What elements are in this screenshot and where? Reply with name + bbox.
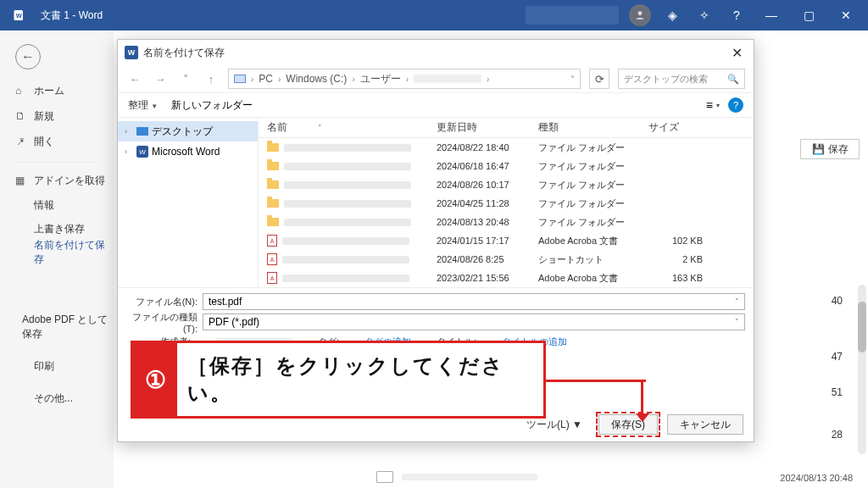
filename-input[interactable]: test.pdf˅ <box>203 293 745 310</box>
diamond-icon[interactable]: ◈ <box>656 0 688 30</box>
folder-icon <box>267 180 279 189</box>
cancel-button[interactable]: キャンセル <box>667 414 743 435</box>
nav-forward-icon[interactable]: → <box>152 73 169 86</box>
path-dropdown-icon[interactable]: ˅ <box>570 75 575 84</box>
path-blurred <box>414 75 481 83</box>
nav-adobepdf[interactable]: Adobe PDF として保存 <box>0 315 114 339</box>
callout-arrow-head <box>636 413 649 422</box>
window-maximize-icon[interactable]: ▢ <box>790 0 827 30</box>
nav-print[interactable]: 印刷 <box>0 354 114 378</box>
save-disk-icon: 💾 <box>812 143 825 155</box>
help-question-icon[interactable]: ? <box>721 0 753 30</box>
file-kind: ファイル フォルダー <box>538 197 648 210</box>
scrollbar-thumb[interactable] <box>858 302 866 352</box>
filename-blurred <box>284 163 411 170</box>
address-bar[interactable]: › PC› Windows (C:)› ユーザー› › ˅ <box>228 69 581 89</box>
nav-home[interactable]: ⌂ホーム <box>0 78 114 103</box>
side-num-3: 28 <box>832 429 843 441</box>
svg-point-2 <box>638 11 643 15</box>
file-row[interactable]: A2024/01/15 17:17Adobe Acroba 文書102 KB <box>259 231 754 250</box>
tree-desktop[interactable]: ›デスクトップ <box>118 121 258 141</box>
tree-desktop-label: デスクトップ <box>152 125 213 139</box>
filetype-select[interactable]: PDF (*.pdf)˅ <box>203 313 745 330</box>
refresh-button[interactable]: ⟳ <box>589 69 609 89</box>
filename-blurred <box>284 200 411 208</box>
nav-open[interactable]: ⭷開く <box>0 129 114 154</box>
path-users[interactable]: ユーザー <box>360 72 401 86</box>
filename-blurred <box>284 144 411 152</box>
new-folder-button[interactable]: 新しいフォルダー <box>171 98 253 113</box>
pc-icon <box>234 75 246 83</box>
nav-recent-icon[interactable]: ˅ <box>177 73 194 86</box>
pdf-icon: A <box>267 272 277 284</box>
addin-icon: ▦ <box>15 175 29 186</box>
dialog-toolbar: 整理 ▼ 新しいフォルダー ≡ ▾ ? <box>118 92 754 118</box>
window-close-icon[interactable]: ✕ <box>827 0 865 30</box>
file-date: 2024/04/25 11:28 <box>437 198 538 208</box>
folder-tree: ›デスクトップ ›WMicrosoft Word <box>118 118 259 287</box>
chevron-right-icon: › <box>125 147 133 156</box>
sort-asc-icon[interactable]: ˄ <box>318 124 322 132</box>
status-datetime: 2024/08/13 20:48 <box>780 473 853 483</box>
path-pc[interactable]: PC <box>259 73 273 85</box>
organize-menu[interactable]: 整理 ▼ <box>128 98 158 113</box>
nav-other[interactable]: その他... <box>0 386 114 410</box>
nav-new[interactable]: 🗋新規 <box>0 103 114 129</box>
dialog-help-icon[interactable]: ? <box>728 97 743 113</box>
dialog-close-icon[interactable]: ✕ <box>726 45 747 61</box>
view-mode-button[interactable]: ≡ ▾ <box>706 98 720 112</box>
filename-blurred <box>284 181 411 189</box>
dialog-search-input[interactable]: デスクトップの検索🔍 <box>618 69 745 89</box>
file-date: 2024/01/15 17:17 <box>437 236 538 246</box>
col-date[interactable]: 更新日時 <box>437 120 538 135</box>
chevron-down-icon[interactable]: ˅ <box>735 297 739 306</box>
callout-text: ［保存］をクリックしてください。 <box>177 343 543 416</box>
folder-icon <box>267 218 279 226</box>
back-button[interactable]: ← <box>15 44 41 69</box>
file-row[interactable]: 2024/08/13 20:48ファイル フォルダー <box>259 213 754 231</box>
pdf-icon: A <box>267 253 277 265</box>
file-row[interactable]: 2024/08/26 10:17ファイル フォルダー <box>259 175 754 194</box>
nav-save[interactable]: 上書き保存 <box>0 217 114 241</box>
svg-text:W: W <box>16 12 23 19</box>
nav-info[interactable]: 情報 <box>0 193 114 217</box>
callout-badge: ① <box>133 343 177 416</box>
side-num-0: 40 <box>832 295 843 307</box>
chevron-right-icon: › <box>125 127 133 136</box>
nav-back-icon[interactable]: ← <box>126 73 143 86</box>
file-row[interactable]: 2024/04/25 11:28ファイル フォルダー <box>259 194 754 213</box>
nav-up-icon[interactable]: ↑ <box>203 73 220 86</box>
filename-blurred <box>282 274 409 282</box>
refresh-icon: ⟳ <box>595 73 604 86</box>
help-lightbulb-icon[interactable]: ✧ <box>688 0 721 30</box>
file-kind: ファイル フォルダー <box>538 160 648 173</box>
title-search[interactable] <box>526 6 619 25</box>
chevron-down-icon[interactable]: ˅ <box>735 318 739 326</box>
nav-addins[interactable]: ▦アドインを取得 <box>0 168 114 193</box>
file-date: 2024/08/22 18:40 <box>437 142 538 152</box>
search-icon: 🔍 <box>727 74 739 85</box>
tools-menu[interactable]: ツール(L) ▼ <box>526 418 582 432</box>
callout-arrow <box>546 380 646 382</box>
file-row[interactable]: 2024/08/22 18:40ファイル フォルダー <box>259 138 754 157</box>
file-row[interactable]: A2024/08/26 8:25ショートカット2 KB <box>259 250 754 269</box>
vertical-scrollbar[interactable] <box>858 285 866 454</box>
path-drive[interactable]: Windows (C:) <box>286 73 347 85</box>
file-date: 2023/02/21 15:56 <box>437 273 538 283</box>
dialog-nav: ← → ˅ ↑ › PC› Windows (C:)› ユーザー› › ˅ ⟳ … <box>118 65 754 92</box>
col-kind[interactable]: 種類 <box>538 120 648 135</box>
file-row[interactable]: 2024/06/18 16:47ファイル フォルダー <box>259 157 754 175</box>
tree-msword[interactable]: ›WMicrosoft Word <box>118 141 258 162</box>
col-size[interactable]: サイズ <box>648 120 708 135</box>
nav-saveas[interactable]: 名前を付けて保存 <box>0 241 114 264</box>
file-list: 名前˄ 更新日時 種類 サイズ 2024/08/22 18:40ファイル フォル… <box>259 118 754 287</box>
window-minimize-icon[interactable]: — <box>753 0 790 30</box>
col-name[interactable]: 名前 <box>267 120 287 135</box>
file-date: 2024/08/26 10:17 <box>437 180 538 190</box>
file-row[interactable]: A2023/02/21 15:56Adobe Acroba 文書163 KB <box>259 269 754 287</box>
filetype-label: ファイルの種類(T): <box>126 311 198 334</box>
file-size: 2 KB <box>648 254 708 264</box>
panel-save-button[interactable]: 💾保存 <box>800 139 860 159</box>
account-avatar[interactable] <box>629 4 651 26</box>
dialog-word-icon: W <box>125 46 138 59</box>
